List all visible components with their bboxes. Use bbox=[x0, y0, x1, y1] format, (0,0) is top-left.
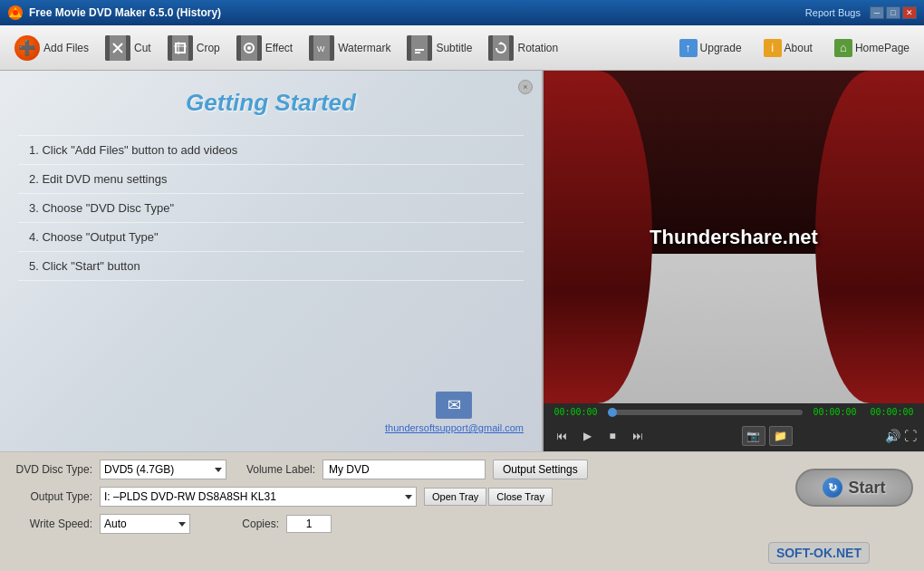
getting-started-title: Getting Started bbox=[18, 89, 524, 117]
open-tray-button[interactable]: Open Tray bbox=[424, 488, 486, 506]
email-section: ✉ thundersoftsupport@gmail.com bbox=[385, 392, 524, 433]
time-end: 00:00:00 bbox=[867, 407, 917, 417]
copies-label: Copies: bbox=[197, 518, 279, 530]
output-type-label: Output Type: bbox=[11, 490, 92, 503]
stop-button[interactable]: ■ bbox=[602, 427, 623, 445]
play-button[interactable]: ▶ bbox=[576, 427, 598, 445]
add-files-button[interactable]: ➕ Add Files bbox=[7, 32, 96, 64]
fullscreen-button[interactable]: ⛶ bbox=[904, 429, 917, 443]
dvd-disc-type-label: DVD Disc Type: bbox=[11, 463, 92, 476]
close-button[interactable]: ✕ bbox=[902, 6, 917, 19]
output-type-select-wrapper[interactable]: I: –PLDS DVD-RW DS8A8SH KL31 bbox=[100, 487, 417, 507]
time-start: 00:00:00 bbox=[551, 407, 601, 417]
main-content: × Getting Started 1. Click "Add Files" b… bbox=[0, 71, 924, 451]
bottom-controls-row: DVD Disc Type: DVD5 (4.7GB) DVD9 (8.5GB)… bbox=[11, 460, 913, 541]
step-5: 5. Click "Start" button bbox=[18, 252, 524, 281]
window-controls: ─ □ ✕ bbox=[870, 6, 917, 19]
crop-icon bbox=[168, 35, 193, 61]
about-icon: i bbox=[764, 39, 782, 57]
crop-button[interactable]: Crop bbox=[160, 32, 227, 64]
subtitle-icon bbox=[407, 35, 432, 61]
start-icon: ↻ bbox=[823, 478, 842, 498]
write-speed-row: Write Speed: Auto 1x 2x 4x 8x Copies: bbox=[11, 514, 784, 534]
curtain-right bbox=[815, 71, 924, 403]
time-current: 00:00:00 bbox=[810, 407, 860, 417]
homepage-button[interactable]: ⌂ HomePage bbox=[827, 35, 917, 61]
app-icon bbox=[7, 5, 24, 21]
rotation-icon bbox=[488, 35, 514, 61]
subtitle-button[interactable]: Subtitle bbox=[399, 32, 479, 64]
svg-text:W: W bbox=[317, 44, 325, 53]
email-icon: ✉ bbox=[436, 392, 472, 419]
effect-icon bbox=[236, 35, 262, 61]
progress-thumb bbox=[608, 408, 617, 417]
open-folder-button[interactable]: 📁 bbox=[769, 426, 793, 446]
step-1: 1. Click "Add Files" button to add video… bbox=[18, 135, 524, 165]
panel-close-icon[interactable]: × bbox=[518, 80, 533, 94]
home-icon: ⌂ bbox=[834, 39, 852, 57]
maximize-button[interactable]: □ bbox=[886, 6, 900, 19]
svg-point-2 bbox=[13, 10, 18, 15]
cut-icon bbox=[105, 35, 130, 61]
write-speed-dropdown-arrow bbox=[178, 522, 186, 527]
dvd-disc-type-select[interactable]: DVD5 (4.7GB) DVD9 (8.5GB) BD25 (25GB) bbox=[104, 463, 211, 476]
curtain-left bbox=[544, 71, 652, 403]
report-bugs-link[interactable]: Report Bugs bbox=[805, 7, 861, 18]
video-controls: ⏮ ▶ ■ ⏭ 📷 📁 🔊 ⛶ bbox=[544, 421, 924, 451]
output-type-row: Output Type: I: –PLDS DVD-RW DS8A8SH KL3… bbox=[11, 487, 784, 507]
softok-watermark: SOFT-OK.NET bbox=[768, 542, 870, 564]
right-panel: Thundershare.net 00:00:00 00:00:00 00:00… bbox=[544, 71, 924, 451]
svg-point-7 bbox=[247, 46, 251, 50]
video-preview: Thundershare.net bbox=[544, 71, 924, 403]
volume-label-input[interactable] bbox=[322, 460, 486, 479]
output-type-dropdown-arrow bbox=[405, 495, 412, 499]
svg-rect-3 bbox=[176, 44, 185, 53]
dvd-disc-dropdown-arrow bbox=[215, 468, 222, 472]
toolbar: ➕ Add Files Cut Crop Effect W Watermark bbox=[0, 25, 924, 71]
start-button-area: ↻ Start bbox=[795, 460, 913, 507]
close-tray-button[interactable]: Close Tray bbox=[488, 488, 553, 506]
minimize-button[interactable]: ─ bbox=[870, 6, 884, 19]
dvd-disc-type-row: DVD Disc Type: DVD5 (4.7GB) DVD9 (8.5GB)… bbox=[11, 460, 784, 479]
about-button[interactable]: i About bbox=[756, 35, 820, 61]
volume-label-label: Volume Label: bbox=[234, 463, 315, 476]
email-link[interactable]: thundersoftsupport@gmail.com bbox=[385, 422, 524, 433]
title-bar: Free Movie DVD Maker 6.5.0 (History) Rep… bbox=[0, 0, 924, 25]
progress-bar[interactable] bbox=[608, 410, 803, 415]
add-files-icon: ➕ bbox=[14, 35, 40, 61]
step-4: 4. Choose "Output Type" bbox=[18, 223, 524, 252]
left-panel: × Getting Started 1. Click "Add Files" b… bbox=[0, 71, 544, 451]
tray-buttons: Open Tray Close Tray bbox=[424, 488, 553, 506]
volume-button[interactable]: 🔊 bbox=[885, 429, 900, 443]
upgrade-icon: ↑ bbox=[679, 39, 698, 57]
output-settings-button[interactable]: Output Settings bbox=[493, 460, 588, 479]
video-timeline: 00:00:00 00:00:00 00:00:00 bbox=[544, 403, 924, 421]
rotation-button[interactable]: Rotation bbox=[481, 32, 565, 64]
skip-back-button[interactable]: ⏮ bbox=[551, 427, 573, 445]
effect-button[interactable]: Effect bbox=[229, 32, 300, 64]
app-title: Free Movie DVD Maker 6.5.0 (History) bbox=[29, 6, 805, 19]
copies-input[interactable] bbox=[286, 515, 332, 533]
write-speed-select[interactable]: Auto 1x 2x 4x 8x bbox=[104, 518, 175, 530]
upgrade-button[interactable]: ↑ Upgrade bbox=[672, 35, 749, 61]
cut-button[interactable]: Cut bbox=[98, 32, 159, 64]
output-type-select[interactable]: I: –PLDS DVD-RW DS8A8SH KL31 bbox=[104, 490, 401, 503]
watermark-icon: W bbox=[309, 35, 334, 61]
dvd-disc-type-select-wrapper[interactable]: DVD5 (4.7GB) DVD9 (8.5GB) BD25 (25GB) bbox=[100, 460, 226, 479]
step-3: 3. Choose "DVD Disc Type" bbox=[18, 194, 524, 223]
screenshot-button[interactable]: 📷 bbox=[742, 426, 765, 446]
watermark-button[interactable]: W Watermark bbox=[302, 32, 398, 64]
steps-list: 1. Click "Add Files" button to add video… bbox=[18, 135, 524, 281]
step-2: 2. Edit DVD menu settings bbox=[18, 165, 524, 194]
watermark-text: Thundershare.net bbox=[650, 226, 818, 249]
bottom-form: DVD Disc Type: DVD5 (4.7GB) DVD9 (8.5GB)… bbox=[11, 460, 784, 541]
write-speed-label: Write Speed: bbox=[11, 518, 92, 530]
skip-forward-button[interactable]: ⏭ bbox=[627, 427, 649, 445]
start-button[interactable]: ↻ Start bbox=[795, 469, 913, 507]
write-speed-select-wrapper[interactable]: Auto 1x 2x 4x 8x bbox=[100, 514, 190, 534]
toolbar-right: ↑ Upgrade i About ⌂ HomePage bbox=[672, 35, 917, 61]
